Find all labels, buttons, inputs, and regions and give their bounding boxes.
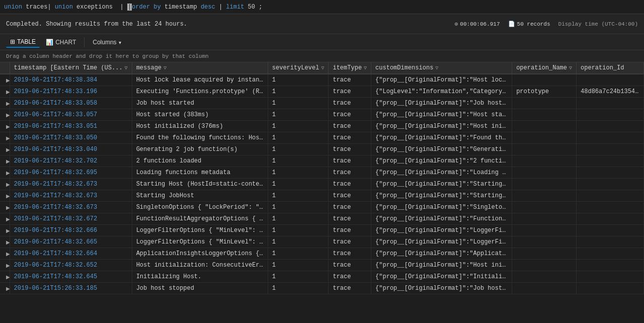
operation-name-cell [512,155,577,167]
expand-button[interactable]: ▶ [4,273,10,281]
itemtype-filter-icon[interactable]: ▽ [364,65,367,71]
severity-cell: 1 [268,283,329,294]
itemtype-cell: trace [329,225,371,236]
table-wrapper[interactable]: timestamp [Eastern Time (US... ▽ message… [0,62,644,323]
col-header-message[interactable]: message ▽ [132,62,268,74]
expand-button[interactable]: ▶ [4,226,10,234]
expand-button[interactable]: ▶ [4,145,10,153]
operation-id-cell [577,98,644,109]
table-row[interactable]: ▶2019-06-21T17:48:32.7022 functions load… [0,155,644,167]
timestamp-cell: 2019-06-21T17:48:32.702 [10,155,132,167]
expand-button[interactable]: ▶ [4,180,10,188]
itemtype-cell: trace [329,98,371,109]
expand-button[interactable]: ▶ [4,134,10,142]
timestamp-filter-icon[interactable]: ▽ [125,65,128,71]
operation-name-cell: prototype [512,86,577,98]
timestamp-cell: 2019-06-21T17:48:32.673 [10,190,132,202]
table-row[interactable]: ▶2019-06-21T17:48:32.664ApplicationInsig… [0,248,644,260]
table-row[interactable]: ▶2019-06-21T17:48:32.652Host initializat… [0,260,644,271]
table-row[interactable]: ▶2019-06-21T17:48:32.673SingletonOptions… [0,202,644,213]
expand-button[interactable]: ▶ [4,76,10,84]
custom-cell: {"prop__[OriginalFormat]":"Host lock lea… [371,74,512,86]
row-expand-cell: ▶ [0,109,10,121]
expand-button[interactable]: ▶ [4,169,10,177]
row-expand-cell: ▶ [0,74,10,86]
expand-button[interactable]: ▶ [4,284,10,292]
table-row[interactable]: ▶2019-06-21T17:48:32.665LoggerFilterOpti… [0,236,644,248]
table-row[interactable]: ▶2019-06-21T17:48:32.695Loading function… [0,167,644,179]
expand-button[interactable]: ▶ [4,88,10,96]
timestamp-cell: 2019-06-21T17:48:33.196 [10,86,132,98]
table-row[interactable]: ▶2019-06-21T15:26:33.185Job host stopped… [0,283,644,294]
timestamp-cell: 2019-06-21T17:48:32.673 [10,202,132,213]
itemtype-cell: trace [329,86,371,98]
row-expand-cell: ▶ [0,271,10,283]
message-cell: Host lock lease acquired by instance ID … [132,74,268,86]
custom-cell: {"prop__[OriginalFormat]":"Host started … [371,109,512,121]
custom-cell: {"prop__[OriginalFormat]":"LoggerFilterO… [371,225,512,236]
expand-button[interactable]: ▶ [4,192,10,200]
columns-button[interactable]: Columns [89,37,125,47]
col-header-severity[interactable]: severityLevel ▽ [268,62,329,74]
message-cell: Loading functions metadata [132,167,268,179]
expand-button[interactable]: ▶ [4,111,10,119]
custom-cell: {"prop__[OriginalFormat]":"Starting Host… [371,179,512,190]
col-header-custom[interactable]: customDimensions ▽ [371,62,512,74]
expand-button[interactable]: ▶ [4,261,10,269]
query-bar[interactable]: union traces | union exceptions | | orde… [0,0,644,14]
expand-button[interactable]: ▶ [4,238,10,246]
expand-button[interactable]: ▶ [4,157,10,165]
table-row[interactable]: ▶2019-06-21T17:48:33.196Executing 'Funct… [0,86,644,98]
custom-cell: {"prop__[OriginalFormat]":"ApplicationIn… [371,248,512,260]
col-header-timestamp[interactable]: timestamp [Eastern Time (US... ▽ [10,62,132,74]
table-row[interactable]: ▶2019-06-21T17:48:33.050Found the follow… [0,132,644,144]
severity-cell: 1 [268,74,329,86]
message-cell: Generating 2 job function(s) [132,144,268,155]
results-table: timestamp [Eastern Time (US... ▽ message… [0,62,644,294]
table-row[interactable]: ▶2019-06-21T17:48:33.051Host initialized… [0,121,644,132]
col-header-operation-id[interactable]: operation_Id [577,62,644,74]
query-text1: traces [22,4,47,11]
expand-button[interactable]: ▶ [4,99,10,107]
col-header-itemtype[interactable]: itemType ▽ [329,62,371,74]
expand-button[interactable]: ▶ [4,122,10,130]
table-row[interactable]: ▶2019-06-21T17:48:32.673Starting JobHost… [0,190,644,202]
chart-view-button[interactable]: 📊 CHART [42,37,80,47]
custom-cell: {"prop__[OriginalFormat]":"FunctionResul… [371,213,512,225]
row-expand-cell: ▶ [0,213,10,225]
table-row[interactable]: ▶2019-06-21T17:48:32.666LoggerFilterOpti… [0,225,644,236]
itemtype-cell: trace [329,248,371,260]
table-row[interactable]: ▶2019-06-21T17:48:33.057Host started (38… [0,109,644,121]
row-expand-cell: ▶ [0,144,10,155]
table-view-button[interactable]: ⊞ TABLE [6,37,40,48]
message-filter-icon[interactable]: ▽ [164,65,167,71]
table-row[interactable]: ▶2019-06-21T17:48:32.673Starting Host (H… [0,179,644,190]
message-cell: LoggerFilterOptions { "MinLevel": "None"… [132,225,268,236]
expand-button[interactable]: ▶ [4,215,10,223]
itemtype-cell: trace [329,121,371,132]
table-row[interactable]: ▶2019-06-21T17:48:32.672FunctionResultAg… [0,213,644,225]
itemtype-cell: trace [329,144,371,155]
table-row[interactable]: ▶2019-06-21T17:48:33.040Generating 2 job… [0,144,644,155]
severity-filter-icon[interactable]: ▽ [321,65,324,71]
col-header-operation-name[interactable]: operation_Name ▽ [512,62,577,74]
table-body: ▶2019-06-21T17:48:38.384Host lock lease … [0,74,644,294]
table-row[interactable]: ▶2019-06-21T17:48:32.645Initializing Hos… [0,271,644,283]
operation-id-cell [577,74,644,86]
expand-button[interactable]: ▶ [4,203,10,211]
custom-cell: {"prop__[OriginalFormat]":"Job host star… [371,98,512,109]
query-keyword-order: order by [132,4,161,11]
operation-id-cell [577,236,644,248]
operation-name-cell [512,109,577,121]
table-header: timestamp [Eastern Time (US... ▽ message… [0,62,644,74]
operation-name-cell [512,179,577,190]
operation-id-cell [577,167,644,179]
table-row[interactable]: ▶2019-06-21T17:48:38.384Host lock lease … [0,74,644,86]
severity-cell: 1 [268,260,329,271]
message-cell: Host started (383ms) [132,109,268,121]
expand-button[interactable]: ▶ [4,250,10,258]
operation-name-cell [512,121,577,132]
custom-filter-icon[interactable]: ▽ [435,65,438,71]
table-row[interactable]: ▶2019-06-21T17:48:33.058Job host started… [0,98,644,109]
opname-filter-icon[interactable]: ▽ [569,65,572,71]
